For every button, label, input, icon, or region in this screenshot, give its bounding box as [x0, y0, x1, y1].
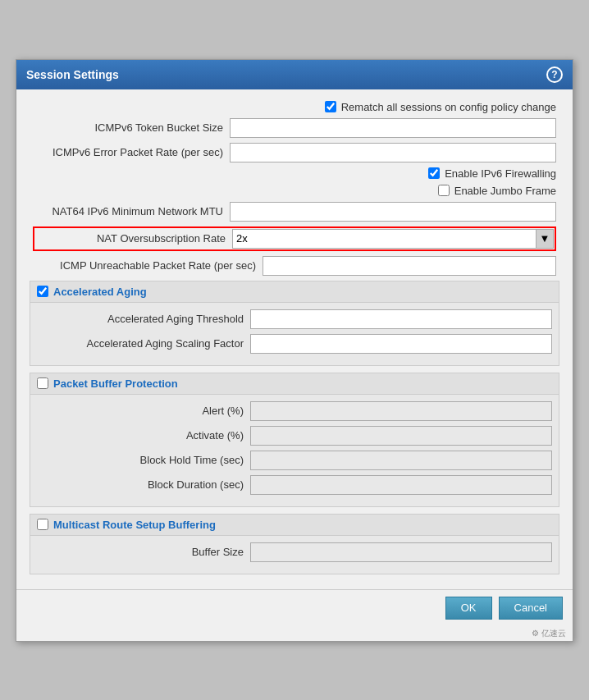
icmpv6-token-label: ICMPv6 Token Bucket Size: [33, 121, 230, 134]
accel-threshold-row: Accelerated Aging Threshold 80: [30, 309, 559, 329]
rematch-label: Rematch all sessions on config policy ch…: [341, 101, 556, 113]
nat-over-highlight: NAT Oversubscription Rate 2x 4x 8x ▼: [33, 226, 556, 251]
nat64-label: NAT64 IPv6 Minimum Network MTU: [33, 205, 230, 217]
nat64-row: NAT64 IPv6 Minimum Network MTU 1280: [30, 202, 559, 222]
cancel-button[interactable]: Cancel: [499, 597, 563, 620]
dialog-footer: OK Cancel: [16, 589, 573, 626]
accelerated-aging-section: Accelerated Aging Accelerated Aging Thre…: [30, 281, 559, 366]
nat64-input[interactable]: 1280: [230, 202, 556, 222]
icmp-unreach-input[interactable]: 200: [263, 256, 556, 276]
multicast-label: Multicast Route Setup Buffering: [53, 519, 216, 531]
packet-buffer-body: Alert (%) 50 Activate (%) 50 Block Hold …: [30, 395, 559, 506]
block-dur-row: Block Duration (sec) 3600: [30, 475, 559, 495]
block-hold-label: Block Hold Time (sec): [37, 454, 250, 466]
icmpv6-token-input[interactable]: 100: [230, 118, 556, 138]
block-hold-row: Block Hold Time (sec) 60: [30, 451, 559, 470]
multicast-checkbox[interactable]: [37, 519, 48, 530]
enable-ipv6-checkbox[interactable]: [428, 167, 440, 179]
buffer-size-label: Buffer Size: [37, 546, 250, 558]
buffer-size-input[interactable]: 1000: [250, 542, 552, 562]
nat-over-select[interactable]: 2x 4x 8x: [232, 229, 554, 249]
block-dur-input[interactable]: 3600: [250, 475, 552, 495]
icmpv6-error-input[interactable]: 100: [230, 143, 556, 162]
accelerated-aging-label: Accelerated Aging: [53, 286, 147, 298]
block-dur-label: Block Duration (sec): [37, 478, 250, 491]
packet-buffer-section: Packet Buffer Protection Alert (%) 50 Ac…: [30, 373, 559, 507]
multicast-header: Multicast Route Setup Buffering: [30, 515, 559, 536]
session-settings-dialog: Session Settings ? Rematch all sessions …: [16, 59, 573, 642]
enable-ipv6-label: Enable IPv6 Firewalling: [445, 167, 556, 180]
activate-row: Activate (%) 50: [30, 426, 559, 446]
accelerated-aging-header: Accelerated Aging: [30, 281, 559, 303]
activate-label: Activate (%): [37, 429, 250, 442]
watermark: ⚙ 亿速云: [16, 626, 573, 641]
icmpv6-error-row: ICMPv6 Error Packet Rate (per sec) 100: [30, 143, 559, 162]
icmp-unreach-label: ICMP Unreachable Packet Rate (per sec): [33, 259, 263, 272]
accelerated-aging-body: Accelerated Aging Threshold 80 Accelerat…: [30, 303, 559, 365]
alert-row: Alert (%) 50: [30, 401, 559, 421]
buffer-size-row: Buffer Size 1000: [30, 542, 559, 562]
packet-buffer-label: Packet Buffer Protection: [53, 377, 178, 390]
ok-button[interactable]: OK: [445, 597, 492, 620]
enable-jumbo-checkbox[interactable]: [438, 185, 450, 196]
rematch-checkbox[interactable]: [325, 101, 336, 112]
alert-input[interactable]: 50: [250, 401, 552, 421]
rematch-row: Rematch all sessions on config policy ch…: [30, 101, 559, 113]
help-icon[interactable]: ?: [546, 66, 563, 83]
accelerated-aging-checkbox[interactable]: [37, 286, 48, 297]
accel-threshold-label: Accelerated Aging Threshold: [37, 313, 250, 325]
jumbo-frame-row: Enable Jumbo Frame: [30, 185, 559, 197]
activate-input[interactable]: 50: [250, 426, 552, 446]
packet-buffer-header: Packet Buffer Protection: [30, 373, 559, 395]
watermark-text: ⚙ 亿速云: [532, 629, 566, 638]
packet-buffer-checkbox[interactable]: [37, 377, 48, 389]
dialog-body: Rematch all sessions on config policy ch…: [16, 89, 573, 589]
ipv6-firewall-row: Enable IPv6 Firewalling: [30, 167, 559, 180]
icmpv6-error-label: ICMPv6 Error Packet Rate (per sec): [33, 146, 230, 158]
dialog-header: Session Settings ?: [16, 60, 573, 89]
block-hold-input[interactable]: 60: [250, 451, 552, 470]
nat-over-label: NAT Oversubscription Rate: [35, 232, 232, 245]
icmp-unreach-row: ICMP Unreachable Packet Rate (per sec) 2…: [30, 256, 559, 276]
dialog-title: Session Settings: [26, 68, 119, 81]
alert-label: Alert (%): [37, 405, 250, 417]
multicast-body: Buffer Size 1000: [30, 536, 559, 574]
multicast-section: Multicast Route Setup Buffering Buffer S…: [30, 514, 559, 574]
accel-scaling-label: Accelerated Aging Scaling Factor: [37, 337, 250, 350]
accel-scaling-row: Accelerated Aging Scaling Factor 2: [30, 334, 559, 354]
accel-scaling-input[interactable]: 2: [250, 334, 552, 354]
accel-threshold-input[interactable]: 80: [250, 309, 552, 329]
icmpv6-token-row: ICMPv6 Token Bucket Size 100: [30, 118, 559, 138]
enable-jumbo-label: Enable Jumbo Frame: [454, 185, 556, 197]
nat-over-select-wrapper: 2x 4x 8x ▼: [232, 229, 554, 249]
nat-over-wrapper: NAT Oversubscription Rate 2x 4x 8x ▼: [30, 226, 559, 251]
